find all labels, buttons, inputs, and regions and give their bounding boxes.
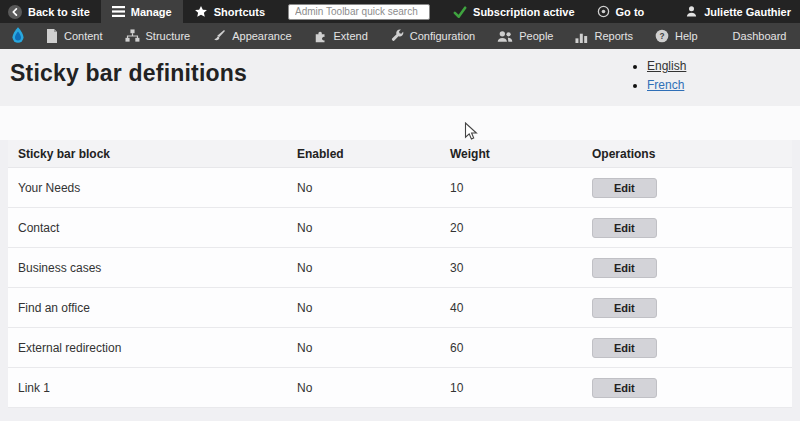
page-header: Sticky bar definitions English French — [0, 49, 800, 106]
cell-enabled: No — [287, 221, 440, 235]
col-header-operations: Operations — [582, 147, 792, 161]
table-row: Contact No 20 Edit — [8, 208, 792, 248]
menu-item-structure[interactable]: Structure — [114, 23, 202, 49]
brush-icon — [212, 29, 226, 43]
shortcuts-tab[interactable]: Shortcuts — [183, 0, 276, 23]
drupal-logo[interactable] — [0, 26, 35, 46]
user-icon — [685, 5, 698, 18]
goto-label: Go to — [616, 6, 645, 18]
language-switcher: English French — [633, 59, 686, 97]
target-icon — [597, 5, 610, 18]
back-circle-icon — [8, 5, 22, 19]
wrench-icon — [390, 29, 404, 43]
question-circle-icon: ? — [655, 29, 669, 43]
cell-block: Contact — [8, 221, 287, 235]
people-icon — [497, 30, 513, 43]
menu-label-people: People — [519, 30, 553, 42]
cell-weight: 20 — [440, 221, 582, 235]
edit-button[interactable]: Edit — [592, 258, 657, 278]
edit-button[interactable]: Edit — [592, 298, 657, 318]
cell-enabled: No — [287, 301, 440, 315]
language-item-french: French — [647, 78, 686, 92]
menu-item-extend[interactable]: Extend — [303, 23, 379, 49]
menu-item-dashboard[interactable]: Dashboard — [709, 23, 798, 49]
cell-block: Find an office — [8, 301, 287, 315]
edit-button[interactable]: Edit — [592, 218, 657, 238]
star-icon — [194, 5, 208, 19]
file-icon — [46, 29, 58, 43]
edit-button[interactable]: Edit — [592, 178, 657, 198]
user-name: Juliette Gauthier — [704, 6, 791, 18]
menu-label-help: Help — [675, 30, 698, 42]
menu-label-dashboard: Dashboard — [733, 30, 787, 42]
language-item-english: English — [647, 59, 686, 73]
cell-enabled: No — [287, 381, 440, 395]
manage-tab[interactable]: Manage — [101, 0, 183, 23]
page-title: Sticky bar definitions — [10, 60, 247, 87]
cell-weight: 10 — [440, 181, 582, 195]
manage-label: Manage — [131, 6, 172, 18]
menu-label-content: Content — [64, 30, 103, 42]
cell-enabled: No — [287, 181, 440, 195]
admin-search-input[interactable] — [288, 4, 430, 20]
col-header-weight: Weight — [440, 147, 582, 161]
cell-enabled: No — [287, 261, 440, 275]
menu-item-configuration[interactable]: Configuration — [379, 23, 486, 49]
bar-chart-icon — [575, 30, 588, 43]
language-link-english[interactable]: English — [647, 59, 686, 73]
hamburger-icon — [112, 6, 125, 17]
table-row: Find an office No 40 Edit — [8, 288, 792, 328]
col-header-block: Sticky bar block — [8, 147, 287, 161]
cell-block: Your Needs — [8, 181, 287, 195]
sitemap-icon — [125, 29, 140, 43]
cell-weight: 30 — [440, 261, 582, 275]
menu-label-configuration: Configuration — [410, 30, 475, 42]
cell-block: Business cases — [8, 261, 287, 275]
menu-item-appearance[interactable]: Appearance — [201, 23, 302, 49]
edit-button[interactable]: Edit — [592, 338, 657, 358]
cell-weight: 40 — [440, 301, 582, 315]
back-to-site-label: Back to site — [28, 6, 90, 18]
menu-item-people[interactable]: People — [486, 23, 564, 49]
goto-button[interactable]: Go to — [586, 0, 656, 23]
menu-item-reports[interactable]: Reports — [564, 23, 644, 49]
user-account-button[interactable]: Juliette Gauthier — [674, 5, 800, 18]
menu-label-structure: Structure — [146, 30, 191, 42]
menu-item-content[interactable]: Content — [35, 23, 114, 49]
cell-block: External redirection — [8, 341, 287, 355]
table-row: Link 1 No 10 Edit — [8, 368, 792, 408]
cell-block: Link 1 — [8, 381, 287, 395]
table-row: External redirection No 60 Edit — [8, 328, 792, 368]
menu-label-extend: Extend — [334, 30, 368, 42]
sticky-bar-table: Sticky bar block Enabled Weight Operatio… — [8, 140, 792, 408]
menu-label-reports: Reports — [594, 30, 633, 42]
subscription-status: Subscription active — [442, 0, 585, 23]
admin-toolbar: Back to site Manage Shortcuts Subscripti… — [0, 0, 800, 23]
table-header-row: Sticky bar block Enabled Weight Operatio… — [8, 140, 792, 168]
svg-text:?: ? — [659, 31, 664, 41]
col-header-enabled: Enabled — [287, 147, 440, 161]
content-spacer — [0, 106, 800, 140]
menu-item-help[interactable]: ? Help — [644, 23, 709, 49]
cell-weight: 60 — [440, 341, 582, 355]
table-row: Your Needs No 10 Edit — [8, 168, 792, 208]
shortcuts-label: Shortcuts — [214, 6, 265, 18]
cell-enabled: No — [287, 341, 440, 355]
edit-button[interactable]: Edit — [592, 378, 657, 398]
menu-label-appearance: Appearance — [232, 30, 291, 42]
cell-weight: 10 — [440, 381, 582, 395]
puzzle-icon — [314, 29, 328, 43]
language-link-french[interactable]: French — [647, 78, 684, 92]
subscription-label: Subscription active — [473, 6, 574, 18]
back-to-site-button[interactable]: Back to site — [0, 0, 101, 23]
table-row: Business cases No 30 Edit — [8, 248, 792, 288]
check-icon — [453, 6, 467, 18]
admin-menu-tray: Content Structure Appearance Extend Conf… — [0, 23, 800, 49]
